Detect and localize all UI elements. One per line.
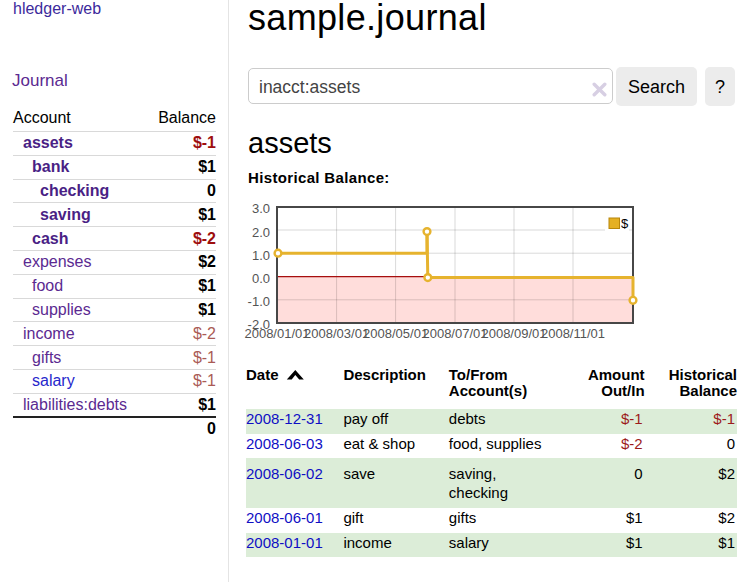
svg-text:0.0: 0.0 (252, 271, 270, 286)
svg-text:2008/07/01: 2008/07/01 (422, 326, 487, 341)
svg-text:2008/05/01: 2008/05/01 (363, 326, 428, 341)
svg-text:2008/01/01: 2008/01/01 (244, 326, 309, 341)
svg-text:3.0: 3.0 (252, 201, 270, 216)
svg-text:2.0: 2.0 (252, 225, 270, 240)
svg-text:2008/09/01: 2008/09/01 (481, 326, 546, 341)
svg-text:2008/11/01: 2008/11/01 (541, 326, 605, 341)
svg-text:1.0: 1.0 (252, 248, 270, 263)
svg-text:-1.0: -1.0 (248, 294, 270, 309)
svg-text:$: $ (621, 216, 629, 231)
svg-text:2008/03/01: 2008/03/01 (304, 326, 369, 341)
